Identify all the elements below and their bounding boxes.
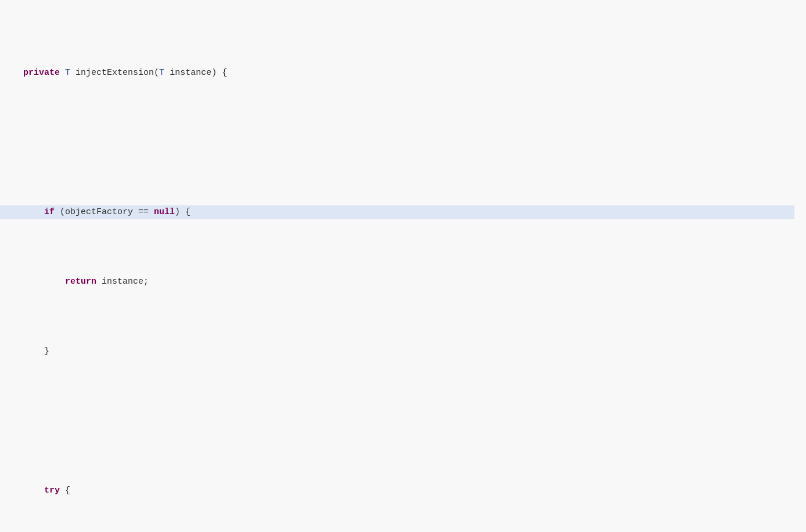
code-line-highlighted: if (objectFactory == null) {: [0, 205, 794, 219]
code-line: [23, 414, 794, 428]
code-line: }: [23, 345, 794, 359]
code-line: return instance;: [23, 275, 794, 289]
code-block: private T injectExtension(T instance) { …: [0, 6, 806, 532]
code-container: private T injectExtension(T instance) { …: [0, 0, 806, 532]
code-line: private T injectExtension(T instance) {: [23, 66, 794, 80]
code-line: [23, 136, 794, 150]
code-line: try {: [23, 484, 794, 498]
